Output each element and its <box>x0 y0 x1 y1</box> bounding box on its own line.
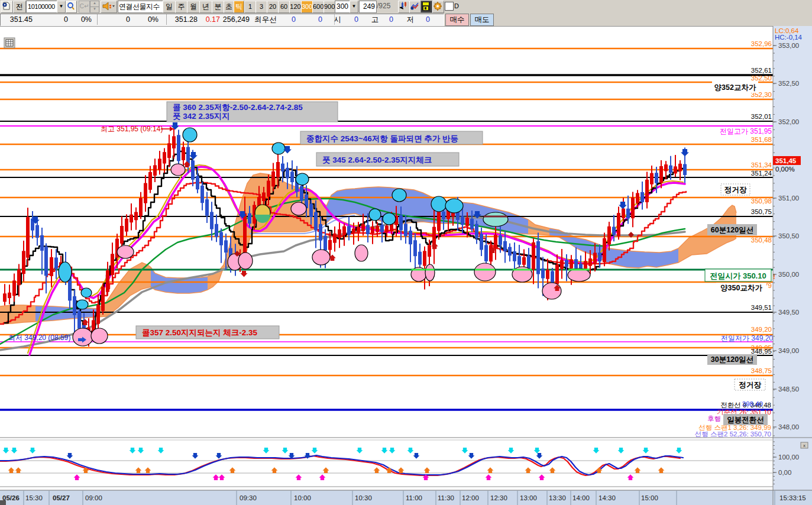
svg-text:352,01: 352,01 <box>751 113 772 120</box>
svg-text:349,00: 349,00 <box>778 347 799 354</box>
svg-text:351,00: 351,00 <box>778 195 799 202</box>
svg-text:60분120일선: 60분120일선 <box>711 226 753 234</box>
svg-text:선행 스팬2 52,26: 350,70: 선행 스팬2 52,26: 350,70 <box>695 430 771 438</box>
svg-text:일봉전환선: 일봉전환선 <box>727 416 764 424</box>
svg-text:콜 360 2.35저항-2.50-2.64-2.74-2: 콜 360 2.35저항-2.50-2.64-2.74-2.85 <box>173 103 303 112</box>
svg-text:30분120일선: 30분120일선 <box>711 355 753 364</box>
svg-text:종합지수 2543~46저항 돌파되면 추가 반등: 종합지수 2543~46저항 돌파되면 추가 반등 <box>306 134 458 143</box>
svg-text:350,48: 350,48 <box>751 237 772 244</box>
svg-text:351,34: 351,34 <box>751 161 772 169</box>
svg-text:!: ! <box>773 273 775 281</box>
svg-text:x: x <box>803 443 805 448</box>
svg-text:최고 351,95 (09:14): 최고 351,95 (09:14) <box>101 125 163 133</box>
svg-text:전일고가 351,95: 전일고가 351,95 <box>720 127 772 135</box>
svg-text:352,96: 352,96 <box>751 40 772 47</box>
svg-text:정거장: 정거장 <box>739 381 761 389</box>
svg-text:10:30: 10:30 <box>355 494 372 501</box>
svg-text:0,00%: 0,00% <box>775 166 795 173</box>
svg-text:콜357 2.50지지되는지 체크-2.35: 콜357 2.50지지되는지 체크-2.35 <box>142 328 258 337</box>
svg-text:348,75: 348,75 <box>751 367 772 374</box>
svg-text:350,50: 350,50 <box>778 232 799 239</box>
svg-text:HC:-0,14: HC:-0,14 <box>775 34 803 41</box>
svg-text:09:30: 09:30 <box>240 494 257 501</box>
svg-text:정거장: 정거장 <box>724 186 747 194</box>
svg-text:348,95: 348,95 <box>751 348 772 355</box>
svg-text:352,61: 352,61 <box>751 67 772 74</box>
svg-text:14:00: 14:00 <box>572 494 590 501</box>
svg-text:15:30: 15:30 <box>25 494 43 501</box>
svg-text:351,24: 351,24 <box>751 170 772 177</box>
svg-text:350,75: 350,75 <box>751 208 772 215</box>
svg-text:양352교차가: 양352교차가 <box>714 83 756 92</box>
svg-text:349,20: 349,20 <box>751 326 772 333</box>
svg-text:전일저가 349,20: 전일저가 349,20 <box>721 334 773 342</box>
svg-text:352,50: 352,50 <box>751 75 772 82</box>
svg-text:350,98: 350,98 <box>751 198 772 205</box>
svg-text:351,45: 351,45 <box>775 157 797 164</box>
svg-text:12:30: 12:30 <box>490 494 507 501</box>
svg-text:최저 349,20 (08:59): 최저 349,20 (08:59) <box>8 334 70 342</box>
svg-text:05/27: 05/27 <box>53 494 70 501</box>
svg-text:15:00: 15:00 <box>641 494 658 501</box>
svg-text:11:30: 11:30 <box>438 494 454 501</box>
svg-text:10:00: 10:00 <box>294 494 311 501</box>
svg-text:13:30: 13:30 <box>549 494 566 501</box>
svg-text:풋 345 2.64-2.50-2.35지지체크: 풋 345 2.64-2.50-2.35지지체크 <box>322 156 432 164</box>
svg-text:15:33:15: 15:33:15 <box>779 494 806 501</box>
svg-text:09:00: 09:00 <box>85 494 102 501</box>
svg-text:0,00: 0,00 <box>778 469 791 476</box>
svg-text:100,00: 100,00 <box>778 454 799 461</box>
svg-text:352,00: 352,00 <box>778 118 799 125</box>
svg-text:349,50: 349,50 <box>778 309 799 316</box>
svg-text:350,00: 350,00 <box>778 271 799 278</box>
svg-text:전일시가 350.10: 전일시가 350.10 <box>710 271 766 280</box>
svg-text:353,00: 353,00 <box>778 42 799 49</box>
svg-text:348,00: 348,00 <box>778 423 799 430</box>
svg-text:양350교차가: 양350교차가 <box>720 284 762 292</box>
svg-text:349,51: 349,51 <box>751 304 772 311</box>
svg-text:풋 342 2.35지지: 풋 342 2.35지지 <box>173 112 230 121</box>
svg-text:351,68: 351,68 <box>751 136 772 143</box>
svg-text:348,50: 348,50 <box>778 386 799 393</box>
svg-text:12:00: 12:00 <box>462 494 479 501</box>
svg-text:398,40: 398,40 <box>742 400 763 407</box>
svg-text:14:30: 14:30 <box>599 494 616 501</box>
svg-text:13:00: 13:00 <box>520 494 537 501</box>
svg-text:352,50: 352,50 <box>778 80 799 87</box>
svg-text:11:00: 11:00 <box>406 494 422 501</box>
